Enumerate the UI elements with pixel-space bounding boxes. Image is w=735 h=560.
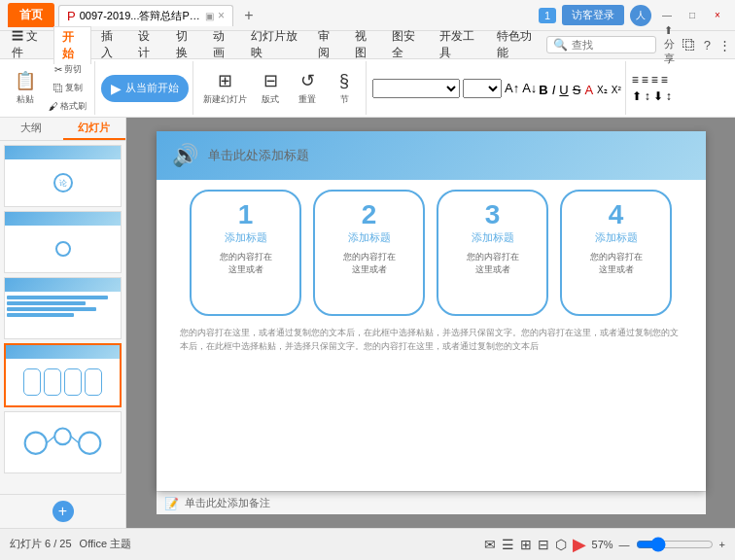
new-slide-button[interactable]: ⊞ 新建幻灯片 <box>199 68 251 108</box>
columns-icon[interactable]: ⊟ <box>538 537 549 552</box>
layout-button[interactable]: ⊟ 版式 <box>253 68 288 108</box>
doc-close-icon[interactable]: × <box>218 9 225 22</box>
grid-icon[interactable]: ⊞ <box>520 537 532 552</box>
ribbon-tab-special[interactable]: 特色功能 <box>489 26 544 63</box>
slide-item-5[interactable]: 5 ★ <box>4 277 122 339</box>
slide-canvas[interactable]: 🔊 单击此处添加标题 1 添加标题 您的内容打在这里或者 2 添加标题 您的内容… <box>157 131 706 491</box>
card-2[interactable]: 2 添加标题 您的内容打在这里或者 <box>313 190 425 316</box>
superscript-button[interactable]: X² <box>612 85 621 95</box>
slide-thumb-3: 论 <box>5 146 121 206</box>
font-decrease-button[interactable]: A↓ <box>522 81 537 95</box>
slide-item-3[interactable]: 3 论 ★ <box>4 145 122 207</box>
card-4[interactable]: 4 添加标题 您的内容打在这里或者 <box>560 190 672 316</box>
font-color-button[interactable]: A <box>584 83 593 97</box>
theme-name: Office 主题 <box>80 537 132 551</box>
slide-item-4[interactable]: 4 ★ <box>4 211 122 273</box>
paste-label: 粘贴 <box>17 93 34 106</box>
card-2-title: 添加标题 <box>348 230 391 245</box>
display-icon: ▣ <box>205 11 214 21</box>
ribbon-tab-insert[interactable]: 插入 <box>93 26 128 63</box>
slide-header-title[interactable]: 单击此处添加标题 <box>208 147 309 164</box>
status-bar: 幻灯片 6 / 25 Office 主题 ✉ ☰ ⊞ ⊟ ⬡ ▶ 57% — + <box>0 528 735 559</box>
slide-thumb-4 <box>5 212 121 272</box>
underline-button[interactable]: U <box>559 83 568 97</box>
align-right-button[interactable]: ≡ <box>651 73 658 87</box>
zoom-in-button[interactable]: + <box>719 539 725 550</box>
reset-label: 重置 <box>298 93 316 106</box>
ribbon-tab-security[interactable]: 图安全 <box>384 26 430 63</box>
copy-button[interactable]: ⿻ 复制 <box>45 80 90 96</box>
paste-icon: 📋 <box>15 70 36 91</box>
copy-icon[interactable]: ⿻ <box>682 37 696 52</box>
visit-login-button[interactable]: 访客登录 <box>562 5 624 25</box>
paste-button[interactable]: 📋 粘贴 <box>8 68 43 108</box>
note-text[interactable]: 单击此处添加备注 <box>185 496 270 510</box>
slides-tab[interactable]: 幻灯片 <box>63 118 126 140</box>
zoom-out-button[interactable]: — <box>619 539 630 550</box>
card-1[interactable]: 1 添加标题 您的内容打在这里或者 <box>190 190 301 316</box>
doc-tab[interactable]: P 0097-2019...答辩总结PPT模板 ▣ × <box>58 5 233 26</box>
slide-item-7[interactable]: 7 <box>4 411 122 473</box>
cut-button[interactable]: ✂ 剪切 <box>45 61 90 78</box>
subscript-button[interactable]: X₂ <box>597 85 608 95</box>
menu-icon[interactable]: ☰ <box>502 537 514 552</box>
font-family-select[interactable] <box>372 79 460 98</box>
outline-tab[interactable]: 大纲 <box>0 118 63 140</box>
bold-button[interactable]: B <box>539 83 547 97</box>
search-input[interactable] <box>572 39 649 51</box>
ribbon-tab-slideshow[interactable]: 幻灯片放映 <box>243 26 308 63</box>
share-button[interactable]: ⬆ 分享 <box>664 24 675 66</box>
ribbon-toolbar: 📋 粘贴 ✂ 剪切 ⿻ 复制 🖌 格式刷 ▶ 从当前开始 ⊞ 新建幻灯片 <box>0 59 735 118</box>
copy-label: 复制 <box>65 82 83 94</box>
play-status-icon[interactable]: ▶ <box>573 534 586 555</box>
search-box[interactable]: 🔍 <box>546 36 656 53</box>
line-spacing-button[interactable]: ↕ <box>666 89 672 103</box>
start-slideshow-button[interactable]: ▶ 从当前开始 <box>101 75 189 102</box>
strikethrough-button[interactable]: S <box>573 83 581 97</box>
ribbon-tab-dev[interactable]: 开发工具 <box>432 26 487 63</box>
user-avatar[interactable]: 人 <box>630 5 651 26</box>
canvas-area: 🔊 单击此处添加标题 1 添加标题 您的内容打在这里或者 2 添加标题 您的内容… <box>126 118 735 528</box>
align-center-button[interactable]: ≡ <box>642 73 648 87</box>
ribbon-tab-review[interactable]: 审阅 <box>310 26 345 63</box>
card-3[interactable]: 3 添加标题 您的内容打在这里或者 <box>437 190 548 316</box>
card-4-title: 添加标题 <box>595 230 638 245</box>
more-icon[interactable]: ⋮ <box>718 38 731 52</box>
reset-icon: ↺ <box>300 70 315 91</box>
align-middle-button[interactable]: ↕ <box>645 89 650 103</box>
ribbon-tab-transition[interactable]: 切换 <box>168 26 203 63</box>
justify-button[interactable]: ≡ <box>661 73 668 87</box>
add-tab-button[interactable]: + <box>237 4 261 27</box>
ribbon-tab-view[interactable]: 视图 <box>347 26 382 63</box>
svg-point-0 <box>25 433 47 454</box>
slide-item-6[interactable]: 6 ★ <box>4 343 122 407</box>
home-tab[interactable]: 首页 <box>8 3 54 27</box>
section-label: 节 <box>340 93 349 106</box>
ribbon-tab-home[interactable]: 开始 <box>53 26 90 64</box>
section-button[interactable]: § 节 <box>327 69 362 108</box>
format-brush-button[interactable]: 🖌 格式刷 <box>45 98 90 115</box>
minimize-button[interactable]: — <box>657 6 677 25</box>
zoom-slider[interactable] <box>636 537 714 552</box>
mail-icon[interactable]: ✉ <box>484 537 496 552</box>
align-bottom-button[interactable]: ⬇ <box>653 89 663 103</box>
font-size-select[interactable] <box>463 79 502 98</box>
slide-thumb-5 <box>5 278 121 338</box>
align-top-button[interactable]: ⬆ <box>632 89 642 103</box>
slideshow-group: ▶ 从当前开始 <box>97 61 193 115</box>
help-icon[interactable]: ? <box>704 38 711 52</box>
card-1-number: 1 <box>238 199 254 230</box>
maximize-button[interactable]: □ <box>682 6 702 25</box>
italic-button[interactable]: I <box>552 83 556 97</box>
export-icon[interactable]: ⬡ <box>555 537 567 552</box>
ribbon-tab-animation[interactable]: 动画 <box>205 26 240 63</box>
slide-footer[interactable]: 您的内容打在这里，或者通过复制您的文本后，在此框中选择粘贴，并选择只保留文字。您… <box>172 326 690 354</box>
close-button[interactable]: × <box>708 6 727 25</box>
card-2-text: 您的内容打在这里或者 <box>343 251 396 275</box>
ribbon-tab-file[interactable]: ☰ 文件 <box>4 26 52 63</box>
reset-button[interactable]: ↺ 重置 <box>290 68 325 108</box>
ribbon-tab-design[interactable]: 设计 <box>130 26 165 63</box>
align-left-button[interactable]: ≡ <box>632 73 639 87</box>
font-increase-button[interactable]: A↑ <box>505 81 519 95</box>
add-slide-button[interactable]: + <box>52 501 74 522</box>
